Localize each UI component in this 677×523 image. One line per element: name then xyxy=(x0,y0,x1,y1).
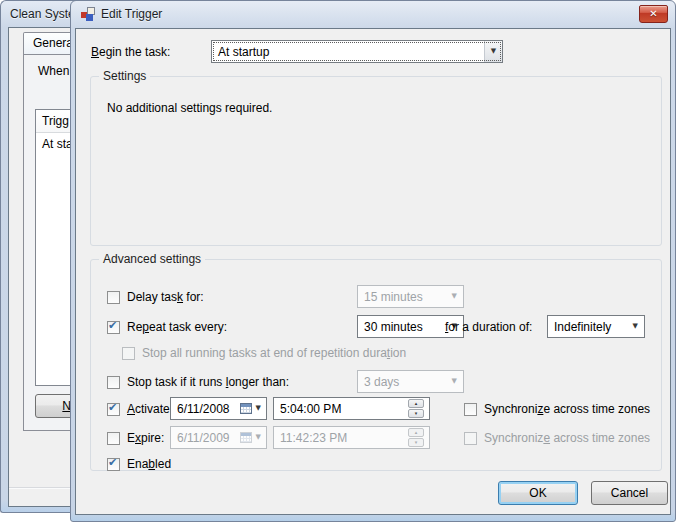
desktop: Clean Syste General When y Trigg At sta … xyxy=(0,0,677,523)
delay-task-label: Delay task for: xyxy=(127,290,204,304)
spinner-down-icon: ▾ xyxy=(408,438,424,447)
sync-timezones-expire-label: Synchronize across time zones xyxy=(484,431,650,445)
cancel-button[interactable]: Cancel xyxy=(591,481,668,505)
expire-label: Expire: xyxy=(127,431,164,445)
activate-checkbox[interactable] xyxy=(107,403,120,416)
chevron-down-icon: ▼ xyxy=(633,323,638,330)
calendar-icon xyxy=(240,403,252,414)
chevron-down-icon: ▼ xyxy=(256,434,261,441)
settings-message: No additional settings required. xyxy=(107,101,272,115)
close-button[interactable]: ✕ xyxy=(639,5,668,23)
clean-system-title: Clean Syste xyxy=(10,7,75,21)
activate-time-value: 5:04:00 PM xyxy=(280,402,341,416)
time-spinner-buttons[interactable]: ▴ ▾ xyxy=(408,399,424,418)
repeat-task-checkbox[interactable] xyxy=(107,321,120,334)
stop-all-tasks-checkbox xyxy=(122,347,135,360)
activate-time-spinner[interactable]: 5:04:00 PM ▴ ▾ xyxy=(273,397,430,420)
begin-task-dropdown-button[interactable]: ▼ xyxy=(484,41,502,62)
triggers-column-label: Trigg xyxy=(42,114,69,128)
ok-button[interactable]: OK xyxy=(498,481,578,505)
enabled-label: Enabled xyxy=(127,457,171,471)
stop-task-label: Stop task if it runs longer than: xyxy=(127,375,289,389)
expire-date-picker: 6/11/2009 ▼ xyxy=(170,426,267,449)
repeat-task-label: Repeat task every: xyxy=(127,320,227,334)
repeat-interval-value: 30 minutes xyxy=(364,320,423,334)
chevron-down-icon: ▼ xyxy=(491,48,496,55)
duration-select[interactable]: Indefinitely ▼ xyxy=(547,315,645,338)
spinner-up-icon[interactable]: ▴ xyxy=(408,399,424,408)
stop-task-duration-value: 3 days xyxy=(364,375,399,389)
settings-group-label: Settings xyxy=(99,69,150,83)
app-icon xyxy=(80,6,96,22)
begin-task-value: At startup xyxy=(218,45,269,59)
sync-timezones-expire-checkbox xyxy=(464,432,477,445)
close-icon: ✕ xyxy=(649,9,657,19)
chevron-down-icon: ▼ xyxy=(452,293,457,300)
duration-label: for a duration of: xyxy=(445,320,532,334)
settings-group: Settings No additional settings required… xyxy=(90,76,662,246)
expire-time-spinner: 11:42:23 PM ▴ ▾ xyxy=(273,426,430,449)
enabled-checkbox[interactable] xyxy=(107,458,120,471)
time-spinner-buttons: ▴ ▾ xyxy=(408,428,424,447)
dialog-body: Begin the task: At startup ▼ Settings No… xyxy=(75,28,671,515)
advanced-settings-group: Advanced settings Delay task for: 15 min… xyxy=(90,259,662,471)
stop-all-tasks-label: Stop all running tasks at end of repetit… xyxy=(142,346,406,360)
spinner-down-icon[interactable]: ▾ xyxy=(408,409,424,418)
chevron-down-icon: ▼ xyxy=(256,405,261,412)
expire-time-value: 11:42:23 PM xyxy=(280,431,347,445)
edit-trigger-dialog: Edit Trigger ✕ Begin the task: At startu… xyxy=(70,0,676,522)
chevron-down-icon: ▼ xyxy=(452,378,457,385)
delay-duration-value: 15 minutes xyxy=(364,290,423,304)
activate-date-picker[interactable]: 6/11/2008 ▼ xyxy=(170,397,267,420)
sync-timezones-label: Synchronize across time zones xyxy=(484,402,650,416)
sync-timezones-checkbox[interactable] xyxy=(464,403,477,416)
begin-task-select[interactable]: At startup ▼ xyxy=(211,40,503,63)
calendar-icon xyxy=(240,432,252,443)
stop-task-duration-select: 3 days ▼ xyxy=(357,370,464,393)
duration-value: Indefinitely xyxy=(554,320,611,334)
edit-trigger-titlebar[interactable]: Edit Trigger xyxy=(71,1,675,27)
delay-task-checkbox[interactable] xyxy=(107,291,120,304)
activate-label: Activate: xyxy=(127,402,173,416)
dialog-title: Edit Trigger xyxy=(101,7,162,21)
expire-date-value: 6/11/2009 xyxy=(177,431,230,445)
expire-checkbox[interactable] xyxy=(107,432,120,445)
advanced-group-label: Advanced settings xyxy=(99,252,205,266)
begin-task-label: Begin the task: xyxy=(91,45,170,59)
spinner-up-icon: ▴ xyxy=(408,428,424,437)
delay-duration-select: 15 minutes ▼ xyxy=(357,285,464,308)
stop-task-checkbox[interactable] xyxy=(107,376,120,389)
activate-date-value: 6/11/2008 xyxy=(177,402,230,416)
